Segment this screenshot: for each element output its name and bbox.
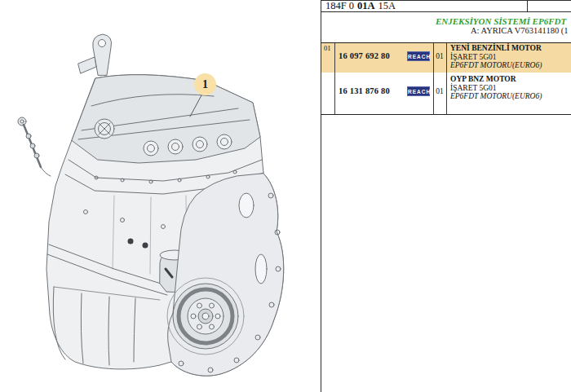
assembly-code: 184F 001A15A <box>321 1 396 11</box>
part-description: YENİ BENZİNLİ MOTOR İŞARET 5G01 EP6FDT M… <box>450 44 542 70</box>
item-number: 01 <box>324 44 331 52</box>
section-subtitle: A: AYRICA V763141180 (1 <box>471 26 569 35</box>
table-column-divider <box>334 43 335 114</box>
code-column-divider <box>527 1 528 12</box>
part-description-title: OYP BNZ MOTOR <box>450 75 542 84</box>
callout-number: 1 <box>202 78 208 91</box>
assembly-code-prefix: 184F 0 <box>325 0 354 11</box>
section-title: ENJEKSİYON SİSTEMİ EP6FDT <box>436 16 566 26</box>
engine-illustration <box>0 0 321 392</box>
assembly-code-row: 184F 001A15A <box>321 0 571 12</box>
quantity: 01 <box>433 52 446 60</box>
reach-badge[interactable]: REACH <box>407 86 430 96</box>
section-title-block: ENJEKSİYON SİSTEMİ EP6FDT A: AYRICA V763… <box>321 12 571 42</box>
part-callout-1[interactable]: 1 <box>194 73 216 95</box>
quantity: 01 <box>433 87 446 95</box>
parts-table: 01 16 097 692 80 REACH 01 YENİ BENZİNLİ … <box>321 42 571 115</box>
table-column-divider <box>446 43 447 114</box>
diagram-pane: 1 <box>0 0 321 392</box>
part-number: 16 131 876 80 <box>339 86 390 95</box>
reach-badge[interactable]: REACH <box>407 51 430 61</box>
detail-pane: 184F 001A15A ENJEKSİYON SİSTEMİ EP6FDT A… <box>321 0 571 392</box>
assembly-code-suffix: 15A <box>378 0 396 11</box>
part-description: OYP BNZ MOTOR İŞARET 5G01 EP6FDT MOTORU(… <box>450 75 542 101</box>
part-description-title: YENİ BENZİNLİ MOTOR <box>450 44 542 53</box>
parts-catalog-window: 1 184F 001A15A ENJEKSİYON SİSTEMİ EP6FDT… <box>0 0 571 392</box>
part-description-mark: İŞARET 5G01 <box>450 53 542 62</box>
table-column-divider <box>433 43 434 114</box>
part-number: 16 097 692 80 <box>339 51 390 60</box>
assembly-code-main: 01A <box>357 0 375 11</box>
part-description-engine: EP6FDT MOTORU(EURO6) <box>450 61 542 70</box>
part-description-mark: İŞARET 5G01 <box>450 84 542 93</box>
part-description-engine: EP6FDT MOTORU(EURO6) <box>450 92 542 101</box>
